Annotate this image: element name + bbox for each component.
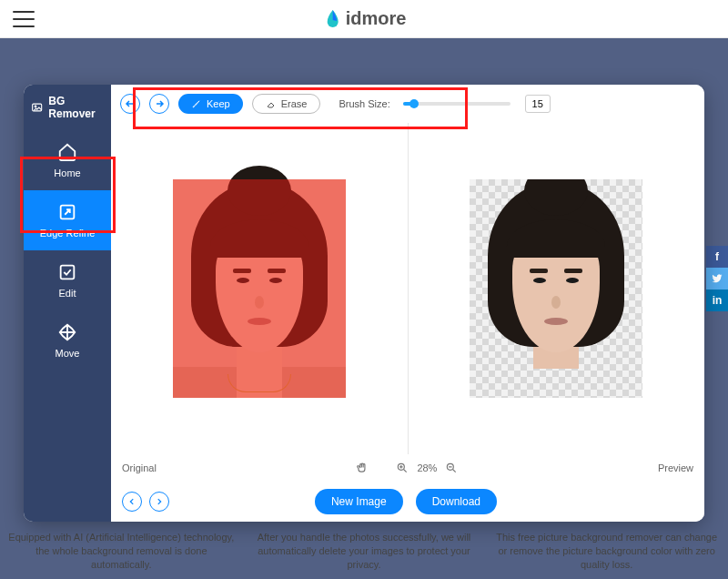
brush-icon <box>191 98 202 109</box>
undo-button[interactable] <box>120 94 140 114</box>
menu-icon[interactable] <box>13 11 35 27</box>
sidebar-item-label: Edge Refine <box>40 228 96 239</box>
download-button[interactable]: Download <box>416 489 497 514</box>
original-label: Original <box>122 462 157 473</box>
action-bar: New Image Download <box>111 482 704 522</box>
brush-size-value[interactable]: 15 <box>525 95 551 113</box>
background-captions: Equipped with AI (Artificial Intelligenc… <box>0 531 728 572</box>
preview-label: Preview <box>658 462 693 473</box>
edge-refine-icon <box>57 202 77 222</box>
prev-button[interactable] <box>122 492 142 512</box>
sidebar-title: BG Remover <box>24 85 111 130</box>
image-icon <box>31 100 43 115</box>
caption-privacy: After you handle the photos successfully… <box>250 531 478 572</box>
sidebar-item-home[interactable]: Home <box>24 130 111 190</box>
caption-ai: Equipped with AI (Artificial Intelligenc… <box>7 531 235 572</box>
facebook-share-icon[interactable]: f <box>706 246 728 268</box>
brand-mark-icon <box>322 8 344 30</box>
status-bar: Original 28% Preview <box>111 454 704 482</box>
brand-logo[interactable]: idmore <box>322 8 407 30</box>
brush-size-slider[interactable] <box>403 102 511 106</box>
original-image <box>173 179 346 398</box>
redo-button[interactable] <box>149 94 169 114</box>
editor-sidebar: BG Remover Home Edge Refine Edit Move <box>24 85 111 522</box>
home-icon <box>57 142 77 162</box>
sidebar-item-edit[interactable]: Edit <box>24 250 111 310</box>
zoom-out-icon[interactable] <box>442 459 460 477</box>
erase-button[interactable]: Erase <box>252 94 321 114</box>
original-panel[interactable] <box>111 123 408 454</box>
sidebar-item-label: Home <box>54 168 80 178</box>
keep-button[interactable]: Keep <box>178 94 243 114</box>
brand-name: idmore <box>346 8 407 29</box>
next-button[interactable] <box>149 492 169 512</box>
preview-panel[interactable] <box>409 123 705 454</box>
hand-tool-icon[interactable] <box>353 459 371 477</box>
preview-panels <box>111 123 704 454</box>
sidebar-item-label: Edit <box>59 288 76 299</box>
eraser-icon <box>266 98 277 109</box>
zoom-level: 28% <box>417 462 437 473</box>
move-icon <box>57 322 77 342</box>
svg-rect-3 <box>61 266 75 279</box>
sidebar-item-edge-refine[interactable]: Edge Refine <box>24 190 111 250</box>
linkedin-share-icon[interactable]: in <box>706 290 728 311</box>
caption-quality: This free picture background remover can… <box>493 531 721 572</box>
new-image-button[interactable]: New Image <box>315 489 403 514</box>
brush-size-label: Brush Size: <box>339 98 389 109</box>
sidebar-item-label: Move <box>56 348 80 359</box>
twitter-share-icon[interactable] <box>706 268 728 290</box>
editor-main: Keep Erase Brush Size: 15 <box>111 85 704 522</box>
zoom-in-icon[interactable] <box>393 459 411 477</box>
edit-icon <box>57 262 77 282</box>
sidebar-item-move[interactable]: Move <box>24 310 111 371</box>
svg-point-1 <box>35 106 36 107</box>
result-image <box>470 179 642 398</box>
editor-toolbar: Keep Erase Brush Size: 15 <box>111 85 704 123</box>
app-topbar: idmore <box>0 0 728 38</box>
share-column: f in <box>706 246 728 311</box>
editor-panel: BG Remover Home Edge Refine Edit Move Ke… <box>24 85 704 522</box>
